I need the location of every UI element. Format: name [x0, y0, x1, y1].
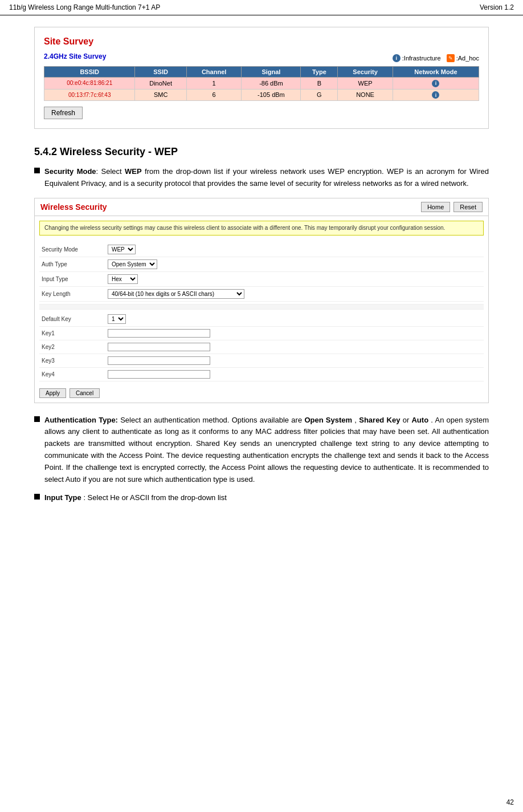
legend-infrastructure: i :Infrastructure: [393, 54, 441, 62]
field-row-auth-type: Auth Type Open System Shared Key Auto: [39, 257, 484, 272]
field-row-key1: Key1: [39, 327, 484, 340]
field-row-key4: Key4: [39, 368, 484, 381]
infrastructure-label: :Infrastructure: [402, 55, 441, 62]
key2-input[interactable]: [108, 343, 210, 351]
input-key3[interactable]: [108, 356, 484, 365]
table-cell: -86 dBm: [242, 78, 301, 90]
legend-area: 2.4GHz Site Survey i :Infrastructure ✎ :…: [44, 52, 479, 64]
field-row-key2: Key2: [39, 340, 484, 354]
wireless-security-box: Wireless Security Home Reset Changing th…: [34, 198, 489, 403]
table-cell: -105 dBm: [242, 89, 301, 101]
term-input-type: Input Type: [44, 493, 81, 502]
select-security-mode[interactable]: WEP: [108, 245, 136, 254]
adhoc-label: :Ad_hoc: [456, 55, 479, 62]
select-key-length[interactable]: 40/64-bit (10 hex digits or 5 ASCII char…: [108, 289, 244, 299]
bullet-text-3: Input Type : Select He or ASCII from the…: [44, 492, 489, 504]
auto-bold: Auto: [411, 416, 428, 424]
site-survey-box: Site Survey 2.4GHz Site Survey i :Infras…: [34, 27, 489, 129]
survey-subtitle: 2.4GHz Site Survey: [44, 52, 106, 60]
bullet-icon-2: [34, 416, 40, 422]
bullet-text-2: Authentication Type: Select an authentic…: [44, 415, 489, 486]
open-system-bold: Open System: [304, 416, 352, 424]
ws-divider: [39, 304, 484, 310]
header-left: 11b/g Wireless Long Range Multi-function…: [9, 3, 160, 11]
site-survey-title: Site Survey: [44, 36, 479, 47]
network-mode-icon[interactable]: i: [432, 91, 439, 99]
label-default-key: Default Key: [39, 316, 108, 322]
label-input-type: Input Type: [39, 276, 108, 282]
bullet-auth-type: Authentication Type: Select an authentic…: [34, 415, 489, 486]
refresh-button[interactable]: Refresh: [44, 107, 83, 119]
key4-input[interactable]: [108, 370, 210, 379]
bullet-icon-1: [34, 168, 40, 173]
select-default-key[interactable]: 1 2 3 4: [108, 314, 126, 324]
bullet-input-type: Input Type : Select He or ASCII from the…: [34, 492, 489, 504]
auth-text-rest: . An open system allows any client to au…: [44, 416, 489, 484]
input-key1[interactable]: [108, 329, 484, 338]
or-text: or: [403, 416, 412, 424]
table-cell: DinoNet: [135, 78, 186, 90]
select-auth-type[interactable]: Open System Shared Key Auto: [108, 259, 157, 269]
label-security-mode: Security Mode: [39, 246, 108, 253]
table-cell: 00:13:f7:7c:6f:43: [44, 89, 135, 101]
col-channel: Channel: [186, 67, 242, 78]
ws-actions: Apply Cancel: [35, 384, 488, 403]
input-key2[interactable]: [108, 343, 484, 351]
bullet-security-mode: Security Mode: Select WEP from the drop-…: [34, 166, 489, 190]
table-cell: SMC: [135, 89, 186, 101]
header-right: Version 1.2: [480, 3, 514, 11]
ws-warning: Changing the wireless security settings …: [39, 221, 484, 236]
bullet-icon-3: [34, 494, 40, 500]
site-survey-table: BSSID SSID Channel Signal Type Security …: [44, 66, 479, 101]
term-suffix-1: : Select: [96, 167, 125, 176]
input-security-mode[interactable]: WEP: [108, 245, 484, 254]
bullet-text-1: Security Mode: Select WEP from the drop-…: [44, 166, 489, 190]
col-security: Security: [338, 67, 393, 78]
table-cell: 1: [186, 78, 242, 90]
label-key2: Key2: [39, 344, 108, 350]
label-key-length: Key Length: [39, 291, 108, 297]
col-ssid: SSID: [135, 67, 186, 78]
wep-bold: WEP: [125, 167, 142, 176]
field-row-security-mode: Security Mode WEP: [39, 242, 484, 257]
home-button[interactable]: Home: [421, 202, 450, 212]
shared-key-bold: Shared Key: [359, 416, 400, 424]
page-footer: 42: [506, 798, 514, 806]
main-content: Site Survey 2.4GHz Site Survey i :Infras…: [0, 15, 523, 545]
label-key1: Key1: [39, 330, 108, 336]
field-row-key3: Key3: [39, 354, 484, 368]
key1-input[interactable]: [108, 329, 210, 338]
input-type-text: : Select He or ASCII from the drop-down …: [83, 493, 226, 502]
field-row-input-type: Input Type Hex ASCII: [39, 272, 484, 287]
cancel-button[interactable]: Cancel: [70, 388, 100, 398]
col-type: Type: [301, 67, 338, 78]
table-cell: 00:e0:4c:81:86:21: [44, 78, 135, 90]
label-key3: Key3: [39, 358, 108, 364]
page-header: 11b/g Wireless Long Range Multi-function…: [0, 0, 523, 15]
infrastructure-icon: i: [393, 54, 401, 62]
network-mode-icon[interactable]: i: [432, 80, 439, 87]
reset-button[interactable]: Reset: [453, 202, 483, 212]
input-input-type[interactable]: Hex ASCII: [108, 274, 484, 284]
col-signal: Signal: [242, 67, 301, 78]
ws-title: Wireless Security: [40, 202, 107, 212]
input-key-length[interactable]: 40/64-bit (10 hex digits or 5 ASCII char…: [108, 289, 484, 299]
col-bssid: BSSID: [44, 67, 135, 78]
input-default-key[interactable]: 1 2 3 4: [108, 314, 484, 324]
input-key4[interactable]: [108, 370, 484, 379]
select-input-type[interactable]: Hex ASCII: [108, 274, 138, 284]
section-542-heading: 5.4.2 Wireless Security - WEP: [34, 146, 489, 158]
table-cell: WEP: [338, 78, 393, 90]
key3-input[interactable]: [108, 356, 210, 365]
table-cell: NONE: [338, 89, 393, 101]
label-auth-type: Auth Type: [39, 261, 108, 267]
table-cell: G: [301, 89, 338, 101]
apply-button[interactable]: Apply: [39, 388, 66, 398]
label-key4: Key4: [39, 371, 108, 377]
col-network-mode: Network Mode: [393, 67, 479, 78]
table-row: 00:13:f7:7c:6f:43SMC6-105 dBmGNONEi: [44, 89, 479, 101]
input-auth-type[interactable]: Open System Shared Key Auto: [108, 259, 484, 269]
table-row: 00:e0:4c:81:86:21DinoNet1-86 dBmBWEPi: [44, 78, 479, 90]
ws-buttons: Home Reset: [421, 202, 483, 212]
legend-adhoc: ✎ :Ad_hoc: [447, 54, 479, 62]
